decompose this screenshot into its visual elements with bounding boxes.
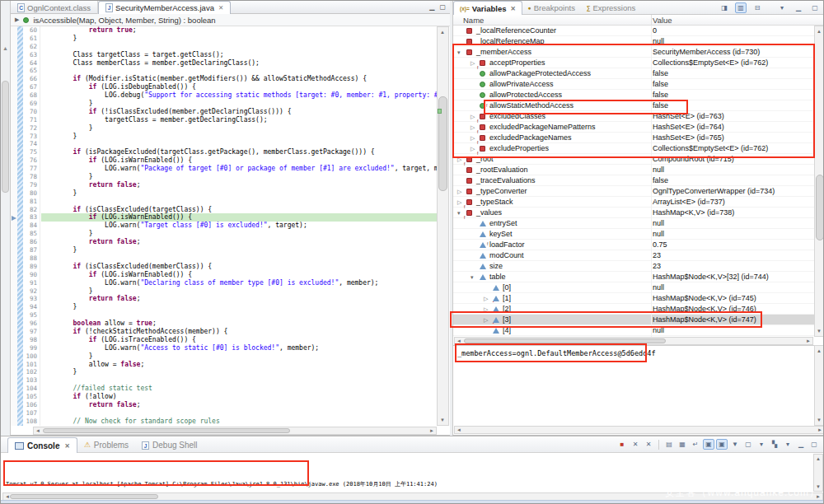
code-line[interactable]: return false; (41, 401, 437, 409)
expand-arrow-icon[interactable]: ▶ (15, 16, 19, 23)
left-view-scrollbar[interactable]: ▲ (1, 1, 11, 436)
variable-row-_localReferenceMap[interactable]: _localReferenceMapnull (453, 36, 814, 47)
expand-arrow-icon[interactable]: ▷ (484, 315, 488, 325)
code-line[interactable]: } (41, 124, 437, 133)
display-console-menu-icon[interactable]: ▾ (756, 439, 767, 450)
variable-row-excludedPackageNames[interactable]: ▷excludedPackageNamesHashSet<E> (id=765) (453, 133, 814, 143)
code-line[interactable]: LOG.warn("Access to static [#0] is block… (41, 344, 437, 352)
show-stdout-icon[interactable]: ▣ (703, 439, 714, 450)
horizontal-scrollbar[interactable]: ◄ ► (454, 426, 824, 434)
show-logical-structures-icon[interactable]: ▥ (735, 2, 747, 13)
maximize-icon[interactable]: ▢ (439, 3, 446, 11)
code-line[interactable] (41, 254, 437, 263)
code-line[interactable]: LOG.debug("Support for accessing static … (41, 91, 437, 100)
scroll-up-arrow-icon[interactable]: ▲ (814, 455, 822, 463)
terminate-icon[interactable]: ■ (616, 439, 628, 450)
view-tab-breakpoints[interactable]: ●Breakpoints (522, 1, 581, 15)
expand-arrow-icon[interactable]: ▷ (457, 197, 461, 208)
code-line[interactable]: } (41, 173, 437, 181)
variable-row-acceptProperties[interactable]: ▷acceptPropertiesCollections$EmptySet<E>… (453, 58, 814, 68)
code-line[interactable]: LOG.warn("Package of target [#0] or pack… (41, 165, 437, 173)
code-line[interactable]: } (41, 189, 437, 198)
expand-arrow-icon[interactable]: ▷ (457, 154, 461, 165)
scrollbar-thumb[interactable] (43, 428, 290, 433)
code-line[interactable]: if (LOG.isTraceEnabled()) { (41, 336, 437, 344)
collapse-all-icon[interactable]: ⊟ (751, 2, 763, 13)
code-line[interactable]: LOG.warn("Target class [#0] is excluded!… (41, 222, 437, 230)
code-line[interactable]: if (isClassExcluded(targetClass)) { (41, 206, 437, 214)
variable-row-_values[interactable]: ▾_valuesHashMap<K,V> (id=738) (453, 208, 814, 218)
code-line[interactable] (41, 140, 437, 148)
code-line[interactable]: } (41, 303, 437, 311)
code-line[interactable] (41, 43, 437, 51)
editor-tab-OgnlContext.class[interactable]: COgnlContext.class (11, 1, 98, 14)
view-tab-variables[interactable]: (x)=Variables✕ (453, 1, 522, 15)
expand-arrow-icon[interactable]: ▷ (471, 143, 475, 154)
variable-row-_typeConverter[interactable]: ▷_typeConverterOgnlTypeConverterWrapper … (453, 186, 814, 197)
code-line[interactable]: targetClass = member.getDeclaringClass()… (41, 116, 437, 124)
editor-tab-SecurityMemberAccess.java[interactable]: JSecurityMemberAccess.java✕ (98, 1, 231, 14)
variable-row-_typeStack[interactable]: ▷_typeStackArrayList<E> (id=737) (453, 197, 814, 208)
code-line[interactable]: if (Modifier.isStatic(member.getModifier… (41, 75, 437, 83)
variable-row-[2][interactable]: ▷[2]HashMap$Node<K,V> (id=746) (453, 304, 814, 315)
close-icon[interactable]: ✕ (510, 5, 515, 12)
code-line[interactable]: if (LOG.isWarnEnabled()) { (41, 271, 437, 279)
variable-row-entrySet[interactable]: entrySetnull (453, 218, 814, 229)
expand-arrow-icon[interactable]: ▷ (457, 186, 461, 197)
column-divider[interactable] (651, 15, 652, 26)
code-line[interactable]: if (isPackageExcluded(targetClass.getPac… (41, 148, 437, 156)
expand-arrow-icon[interactable]: ▷ (484, 293, 488, 304)
variable-row-keySet[interactable]: keySetnull (453, 229, 814, 240)
scroll-lock-icon[interactable]: ▦ (677, 439, 688, 450)
column-header-value[interactable]: Value (653, 15, 672, 26)
code-line[interactable]: } (41, 352, 437, 361)
code-line[interactable]: //failed static test (41, 385, 437, 393)
scroll-up-arrow-icon[interactable]: ▲ (815, 27, 823, 35)
code-line[interactable]: if (!checkStaticMethodAccess(member)) { (41, 328, 437, 336)
horizontal-scrollbar[interactable]: ◄ ► (33, 427, 437, 435)
variable-row-_traceEvaluations[interactable]: _traceEvaluationsfalse (453, 175, 814, 186)
code-line[interactable]: return false; (41, 295, 437, 303)
code-line[interactable] (41, 409, 437, 418)
variable-row-[4][interactable]: [4]null (453, 325, 814, 336)
variable-row-allowStaticMethodAccess[interactable]: allowStaticMethodAccessfalse (453, 100, 814, 111)
code-line[interactable]: return true; (41, 26, 437, 35)
maximize-icon[interactable]: ▢ (809, 2, 821, 13)
scrollbar-thumb[interactable] (10, 494, 158, 499)
variable-row-excludedClasses[interactable]: ▷excludedClassesHashSet<E> (id=763) (453, 111, 814, 122)
scrollbar-thumb[interactable] (2, 81, 9, 193)
variable-row-_rootEvaluation[interactable]: _rootEvaluationnull (453, 165, 814, 175)
display-console-icon[interactable]: ▢ (742, 439, 754, 450)
variable-row-table[interactable]: ▾tableHashMap$Node<K,V>[32] (id=744) (453, 272, 814, 282)
variable-row-allowPrivateAccess[interactable]: allowPrivateAccessfalse (453, 79, 814, 90)
annotation-ruler[interactable] (11, 26, 17, 426)
code-line[interactable]: allow = false; (41, 361, 437, 369)
scroll-up-arrow-icon[interactable]: ▲ (438, 28, 447, 36)
column-header-name[interactable]: Name (463, 15, 484, 26)
collapse-arrow-icon[interactable]: ▾ (457, 208, 461, 218)
code-line[interactable]: if (LOG.isWarnEnabled()) { (41, 213, 437, 222)
remove-launch-icon[interactable]: ✕ (630, 439, 641, 450)
code-line[interactable]: } (41, 133, 437, 141)
code-line[interactable]: if (LOG.isWarnEnabled()) { (41, 156, 437, 165)
clear-console-icon[interactable]: ▤ (663, 439, 675, 450)
code-line[interactable]: return false; (41, 238, 437, 246)
remove-all-terminated-icon[interactable]: ✕ (643, 439, 654, 450)
scrollbar-thumb[interactable] (816, 175, 824, 240)
variable-row-allowPackageProtectedAccess[interactable]: allowPackageProtectedAccessfalse (453, 68, 814, 79)
minimize-icon[interactable]: ▁ (429, 3, 434, 11)
collapse-arrow-icon[interactable]: ▾ (457, 47, 461, 58)
maximize-icon[interactable]: ▢ (808, 439, 820, 450)
vertical-scrollbar[interactable]: ▲ ▼ (814, 345, 824, 426)
variable-row-_localReferenceCounter[interactable]: _localReferenceCounter0 (453, 26, 814, 36)
code-lines[interactable]: return true; } Class targetClass = targe… (41, 26, 437, 426)
code-line[interactable]: LOG.warn("Declaring class of member type… (41, 279, 437, 287)
variable-row-[1][interactable]: ▷[1]HashMap$Node<K,V> (id=745) (453, 293, 814, 304)
variable-row-size[interactable]: size23 (453, 261, 814, 272)
open-console-menu-icon[interactable]: ▾ (782, 439, 794, 450)
show-stderr-icon[interactable]: ▣ (716, 439, 728, 450)
variable-row-_root[interactable]: ▷_rootCompoundRoot (id=715) (453, 154, 814, 165)
code-line[interactable] (41, 311, 437, 320)
scroll-left-arrow-icon[interactable]: ◄ (455, 338, 463, 344)
code-line[interactable] (41, 198, 437, 206)
